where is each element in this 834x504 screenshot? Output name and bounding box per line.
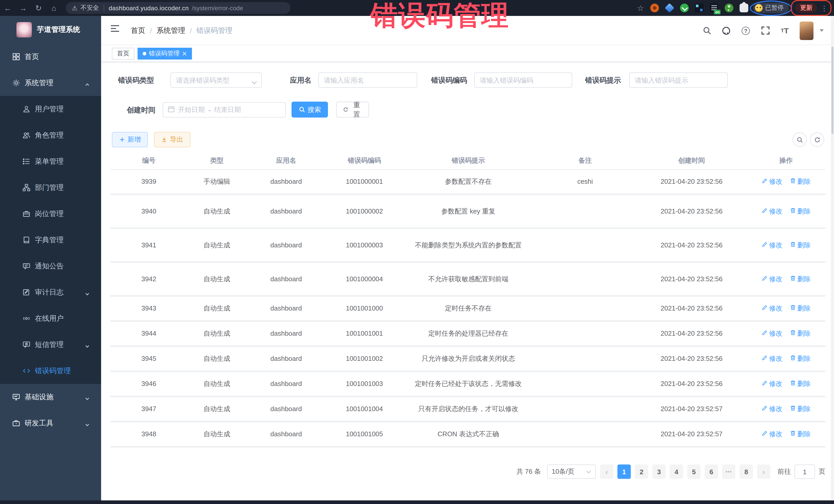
page-button-1[interactable]: 1	[617, 464, 631, 479]
bookmark-star-icon[interactable]: ☆	[635, 3, 646, 13]
more-pages-button[interactable]: •••	[722, 464, 736, 479]
fullscreen-icon[interactable]	[761, 26, 770, 35]
ublock-extension-icon[interactable]	[650, 4, 659, 12]
show-search-toggle-icon[interactable]	[792, 132, 807, 147]
delete-link[interactable]: 删除	[790, 274, 811, 284]
sidebar-item-通知公告[interactable]: 通知公告	[0, 253, 101, 279]
gem-extension-icon[interactable]	[665, 3, 674, 13]
delete-link[interactable]: 删除	[790, 379, 811, 389]
sidebar-item-错误码管理[interactable]: 错误码管理	[0, 358, 101, 384]
address-bar[interactable]: ⚠ 不安全 dashboard.yudao.iocoder.cn /system…	[66, 2, 290, 14]
page-button-4[interactable]: 4	[670, 464, 683, 479]
sidebar-item-系统管理[interactable]: 系统管理	[0, 70, 101, 96]
v2ex-extension-icon[interactable]	[680, 4, 689, 12]
delete-link[interactable]: 删除	[790, 404, 811, 414]
error-msg-input[interactable]	[629, 72, 728, 88]
back-icon[interactable]: ←	[0, 4, 15, 12]
sidebar-item-部门管理[interactable]: 部门管理	[0, 175, 101, 201]
edit-link[interactable]: 修改	[761, 206, 783, 216]
search-icon[interactable]	[702, 26, 711, 35]
reset-button[interactable]: 重置	[336, 102, 369, 117]
edit-link[interactable]: 修改	[761, 404, 783, 414]
cell-操作: 修改删除	[747, 301, 825, 317]
reload-icon[interactable]: ↻	[31, 3, 46, 13]
user-avatar[interactable]	[799, 21, 813, 40]
edit-link[interactable]: 修改	[761, 177, 783, 187]
date-end-placeholder[interactable]: 结束日期	[214, 105, 241, 114]
error-type-select-input[interactable]	[170, 72, 262, 88]
chevron-down-icon[interactable]	[820, 29, 824, 32]
edit-link[interactable]: 修改	[761, 429, 783, 439]
close-icon[interactable]	[182, 51, 187, 56]
page-button-2[interactable]: 2	[635, 464, 648, 479]
edit-link[interactable]: 修改	[761, 274, 783, 284]
sidebar-item-短信管理[interactable]: 短信管理	[0, 332, 101, 358]
sidebar-logo[interactable]: 芋道管理系统	[0, 16, 101, 44]
grid-extension-icon[interactable]	[695, 4, 704, 12]
sidebar-item-首页[interactable]: 首页	[0, 44, 101, 70]
export-button[interactable]: 导出	[154, 132, 191, 147]
refresh-table-icon[interactable]	[810, 132, 824, 147]
tab-错误码管理[interactable]: 错误码管理	[137, 48, 192, 60]
page-button-6[interactable]: 6	[705, 464, 718, 479]
delete-link[interactable]: 删除	[790, 429, 811, 439]
error-type-select[interactable]	[170, 72, 262, 88]
prev-page-button[interactable]: ‹	[600, 464, 613, 479]
delete-link[interactable]: 删除	[790, 206, 811, 216]
cell-错误码编码: 1001001002	[326, 351, 403, 367]
sidebar-item-在线用户[interactable]: 在线用户	[0, 305, 101, 332]
add-button[interactable]: 新增	[112, 132, 148, 147]
scrollbar-thumb[interactable]	[831, 47, 833, 134]
sidebar-item-用户管理[interactable]: 用户管理	[0, 96, 101, 122]
font-size-icon[interactable]: TT	[780, 26, 789, 35]
edit-link[interactable]: 修改	[761, 329, 783, 339]
cell-错误码提示: 定时任务已经处于该状态，无需修改	[403, 376, 534, 392]
update-button[interactable]: 更新	[795, 3, 817, 13]
browser-menu-icon[interactable]: ⋮	[821, 4, 828, 12]
forward-icon[interactable]: →	[15, 4, 31, 12]
next-page-button[interactable]: ›	[757, 464, 770, 479]
page-button-8[interactable]: 8	[740, 464, 753, 479]
page-size-select[interactable]: 10条/页	[547, 464, 596, 479]
page-scrollbar[interactable]	[831, 16, 834, 500]
cell-操作: 修改删除	[747, 426, 825, 442]
url-host: dashboard.yudao.iocoder.cn	[109, 4, 189, 12]
github-icon[interactable]	[722, 26, 731, 35]
help-icon[interactable]: ?	[741, 26, 750, 35]
delete-link[interactable]: 删除	[790, 329, 811, 339]
sidebar-item-菜单管理[interactable]: 菜单管理	[0, 148, 101, 175]
delete-link[interactable]: 删除	[790, 177, 811, 187]
cell-创建时间: 2021-04-20 23:52:57	[636, 426, 747, 442]
date-start-placeholder[interactable]: 开始日期	[178, 105, 205, 114]
breadcrumb-item-系统管理[interactable]: 系统管理	[156, 26, 185, 36]
error-code-input[interactable]	[474, 72, 572, 88]
delete-link[interactable]: 删除	[790, 354, 811, 364]
puzzle-extension-icon[interactable]	[740, 4, 748, 12]
sidebar-item-角色管理[interactable]: 角色管理	[0, 122, 101, 148]
edit-link[interactable]: 修改	[761, 304, 783, 313]
page-button-3[interactable]: 3	[652, 464, 666, 479]
delete-link[interactable]: 删除	[790, 304, 811, 313]
switch-extension-icon[interactable]: on	[710, 4, 719, 12]
edit-link[interactable]: 修改	[761, 379, 783, 389]
goto-page-input[interactable]	[794, 464, 815, 479]
sidebar-item-基础设施[interactable]: 基础设施	[0, 384, 101, 410]
hamburger-icon[interactable]	[110, 25, 119, 35]
sidebar-item-岗位管理[interactable]: 岗位管理	[0, 201, 101, 227]
edit-link[interactable]: 修改	[761, 354, 783, 364]
home-icon[interactable]: ⌂	[46, 4, 62, 12]
page-button-5[interactable]: 5	[687, 464, 701, 479]
sidebar-item-研发工具[interactable]: 研发工具	[0, 410, 101, 436]
breadcrumb-item-首页[interactable]: 首页	[131, 26, 145, 36]
sidebar-item-审计日志[interactable]: 审计日志	[0, 279, 101, 305]
tab-首页[interactable]: 首页	[112, 48, 134, 60]
delete-link[interactable]: 删除	[790, 240, 811, 250]
app-name-input[interactable]	[318, 72, 417, 88]
date-range-picker[interactable]: 开始日期 - 结束日期	[163, 102, 286, 117]
sidebar-item-字典管理[interactable]: 字典管理	[0, 227, 101, 253]
profile-paused-badge[interactable]: 已暂停	[753, 3, 789, 13]
cell-应用名: dashboard	[246, 237, 326, 253]
grease-extension-icon[interactable]	[725, 4, 733, 12]
edit-link[interactable]: 修改	[761, 240, 783, 250]
search-button[interactable]: 搜索	[291, 102, 328, 117]
